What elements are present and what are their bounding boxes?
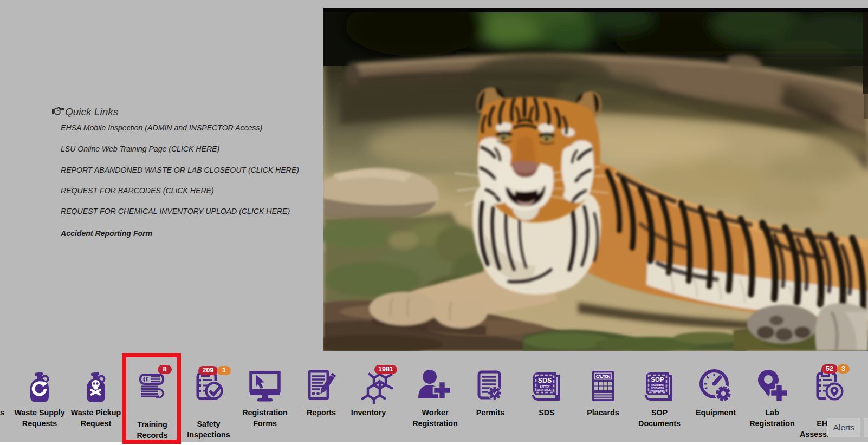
svg-text:PROCEDURES: PROCEDURES (651, 390, 665, 392)
svg-text:SAFTEY: SAFTEY (540, 385, 549, 388)
svg-text:CAUTION: CAUTION (596, 374, 611, 379)
svg-text:OPERATING: OPERATING (651, 387, 664, 389)
svg-text:SOP: SOP (651, 376, 664, 383)
svg-text:DATA SHEET: DATA SHEET (537, 389, 553, 391)
svg-text:SDS: SDS (538, 377, 552, 384)
svg-text:STANDARD: STANDARD (651, 384, 664, 387)
